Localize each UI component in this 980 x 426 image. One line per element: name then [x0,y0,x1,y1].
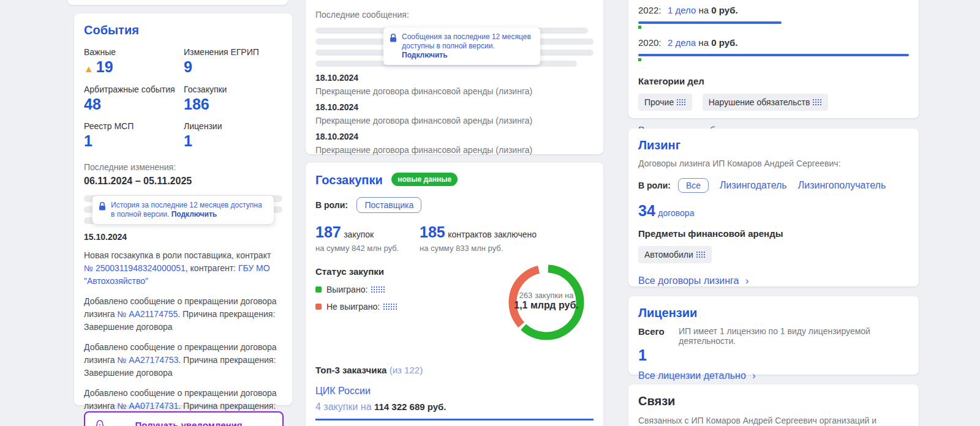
procurement-stats: 187 закупок на сумму 842 млн руб. 185 ко… [315,224,594,253]
leasing-card: Лизинг Договоры лизинга ИП Комаров Андре… [628,129,919,286]
category-tag[interactable]: Нарушение обязательств [703,94,829,111]
category-tags: Прочие Нарушение обязательств [638,94,909,111]
connections-subtitle: Связанных с ИП Комаров Андрей Сергеевич … [638,416,909,426]
bell-icon [95,419,105,426]
customer-row: ЦИК России 4 закупки на 114 322 689 руб. [315,386,594,420]
page: События Важные ▲19 Изменения ЕГРИП 9 Арб… [0,0,980,426]
stat-licenses: Лицензии 1 [184,121,282,150]
stat-purchases: 187 закупок на сумму 842 млн руб. [315,224,420,253]
censored-value [371,286,385,294]
role-row: В роли: Поставщика [315,197,594,213]
connections-title: Связи [638,394,909,408]
leasing-role-row: В роли: Все Лизингодатель Лизингополучат… [638,178,909,193]
changes-period: 06.11.2024 – 05.11.2025 [84,176,282,187]
bar-start-marker [638,58,641,61]
stat-contracts: 185 контрактов заключено на сумму 833 мл… [420,224,537,253]
licenses-card: Лицензии Всего ИП имеет 1 лицензию по 1 … [628,296,919,375]
message-entry: 18.10.2024 Прекращение договора финансов… [315,102,594,125]
arbitration-card: 2022: 1 дело на 0 руб. 2020: 2 дела на 0… [628,0,919,118]
censored-count [812,99,822,106]
procurement-header: Госзакупки новые данные [315,173,594,187]
leasing-contract-link[interactable]: № AA27174753 [117,355,178,365]
year-bar [638,54,909,56]
role-option-lessee[interactable]: Лизингополучатель [798,180,886,191]
bar-start-marker [638,26,641,29]
events-title: События [84,23,282,37]
role-chip-supplier[interactable]: Поставщика [356,197,421,213]
lock-message: История за последние 12 месяцев доступна… [111,201,268,219]
warning-icon: ▲ [84,64,94,74]
cases-link[interactable]: 1 дело [668,5,696,15]
stat-egrip: Изменения ЕГРИП 9 [184,47,282,76]
procurement-title: Госзакупки [315,173,383,187]
role-label: В роли: [315,200,348,210]
subjects-label: Предметы финансовой аренды [638,228,909,239]
locked-messages-block: Сообщения за последние 12 месяцев доступ… [315,28,594,70]
all-licenses-row[interactable]: Все лицензии детально › [638,370,909,381]
message-entry: 18.10.2024 Прекращение договора финансов… [315,132,594,155]
subject-tags: Автомобили [638,246,909,263]
lock-overlay: История за последние 12 месяцев доступна… [92,196,274,224]
event-item: Новая госзакупка в роли поставщика, конт… [84,249,282,288]
leasing-contract-link[interactable]: № AA07174731 [117,401,178,411]
licenses-total-value: 1 [638,347,909,364]
notifications-button[interactable]: Получать уведомления [84,411,284,426]
censored-value [383,303,398,311]
events-card: События Важные ▲19 Изменения ЕГРИП 9 Арб… [74,13,292,405]
notifications-label: Получать уведомления [105,420,273,426]
subject-tag[interactable]: Автомобили [638,246,712,263]
won-color-swatch [315,286,322,293]
donut-center-label: 263 закупки на 1,1 млрд руб. [513,291,580,311]
chevron-right-icon: › [745,275,748,286]
of-total-link[interactable]: (из 122) [390,365,423,375]
year-bar [638,21,782,24]
events-stats: Важные ▲19 Изменения ЕГРИП 9 Арбитражные… [84,47,282,150]
event-item: Добавлено сообщение о прекращении догово… [84,295,282,334]
procurement-card: Госзакупки новые данные В роли: Поставщи… [306,163,603,426]
case-year-row: 2020: 2 дела на 0 руб. [638,37,909,48]
stat-procurement: Госзакупки 186 [184,84,282,113]
all-leasing-link[interactable]: Все договоры лизинга [638,275,739,286]
cases-link[interactable]: 2 дела [668,37,696,48]
role-label: В роли: [638,181,671,190]
messages-title: Последние сообщения: [315,10,594,20]
message-entry: 18.10.2024 Прекращение договора финансов… [315,73,594,96]
procurement-donut-chart: 263 закупки на 1,1 млрд руб. [508,264,585,341]
leasing-title: Лизинг [638,138,909,152]
connections-card: Связи Связанных с ИП Комаров Андрей Серг… [628,384,919,426]
licenses-description: ИП имеет 1 лицензию по 1 виду лицензируе… [679,326,909,346]
chevron-right-icon: › [752,370,755,381]
all-leasing-row[interactable]: Все договоры лизинга › [638,275,909,286]
messages-card: Последние сообщения: Сообщения за послед… [306,0,603,154]
total-label: Всего [638,326,679,346]
connect-link[interactable]: Подключить [402,51,448,59]
event-date: 15.10.2024 [84,232,282,242]
connect-link[interactable]: Подключить [172,210,217,219]
stat-arbitration: Арбитражные события 48 [84,84,184,113]
stat-important: Важные ▲19 [84,47,184,76]
lock-icon [390,34,397,42]
stat-msp: Реестр МСП 1 [84,121,184,150]
categories-label: Категории дел [638,76,909,86]
event-item: Добавлено сообщение о прекращении догово… [84,341,282,379]
contracts-link[interactable]: договора [658,208,694,218]
case-year-row: 2022: 1 дело на 0 руб. [638,5,909,16]
lock-overlay: Сообщения за последние 12 месяцев доступ… [383,28,540,65]
censored-count [676,99,686,106]
category-tag[interactable]: Прочие [638,94,692,111]
contract-link[interactable]: № 2500311948324000051 [84,263,186,273]
leasing-contract-link[interactable]: № AA21174755 [117,309,178,319]
all-licenses-link[interactable]: Все лицензии детально [638,370,746,381]
customer-link[interactable]: ЦИК России [315,386,371,396]
purchases-link[interactable]: 4 закупки на [315,402,374,412]
top-customers-header: Топ-3 заказчика (из 122) [315,365,594,376]
card-cutoff-top-left [67,0,288,5]
last-changes-label: Последние изменения: [84,162,282,172]
leasing-count-row: 34 договора [638,203,909,220]
licenses-total-row: Всего ИП имеет 1 лицензию по 1 виду лице… [638,326,909,346]
leasing-subtitle: Договоры лизинга ИП Комаров Андрей Серге… [638,159,909,168]
lock-message: Сообщения за последние 12 месяцев доступ… [402,32,534,60]
role-chip-all[interactable]: Все [678,178,709,193]
lost-color-swatch [315,304,322,310]
role-option-lessor[interactable]: Лизингодатель [720,180,787,191]
